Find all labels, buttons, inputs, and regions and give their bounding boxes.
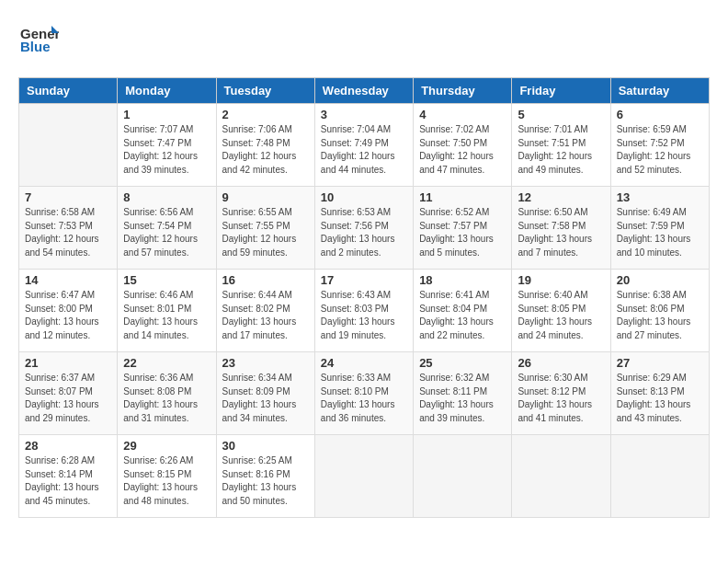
day-number: 26 bbox=[518, 356, 604, 370]
calendar-cell bbox=[610, 435, 709, 518]
calendar-cell: 2Sunrise: 7:06 AMSunset: 7:48 PMDaylight… bbox=[216, 104, 314, 187]
day-info: Sunrise: 7:02 AMSunset: 7:50 PMDaylight:… bbox=[419, 123, 506, 177]
day-number: 4 bbox=[419, 108, 506, 121]
day-info: Sunrise: 6:58 AMSunset: 7:53 PMDaylight:… bbox=[25, 206, 111, 259]
day-number: 8 bbox=[123, 190, 210, 204]
day-info: Sunrise: 6:32 AMSunset: 8:11 PMDaylight:… bbox=[419, 372, 506, 425]
day-info: Sunrise: 6:56 AMSunset: 7:54 PMDaylight:… bbox=[123, 206, 210, 259]
svg-text:Blue: Blue bbox=[20, 39, 51, 54]
day-number: 19 bbox=[518, 273, 604, 287]
day-info: Sunrise: 6:36 AMSunset: 8:08 PMDaylight:… bbox=[123, 372, 210, 425]
day-header-monday: Monday bbox=[118, 78, 216, 104]
day-info: Sunrise: 6:26 AMSunset: 8:15 PMDaylight:… bbox=[123, 454, 210, 508]
calendar-cell: 24Sunrise: 6:33 AMSunset: 8:10 PMDayligh… bbox=[314, 352, 413, 435]
calendar-week-row: 28Sunrise: 6:28 AMSunset: 8:14 PMDayligh… bbox=[19, 435, 710, 518]
calendar-cell: 9Sunrise: 6:55 AMSunset: 7:55 PMDaylight… bbox=[216, 187, 314, 270]
calendar-cell: 22Sunrise: 6:36 AMSunset: 8:08 PMDayligh… bbox=[118, 352, 216, 435]
calendar-cell: 21Sunrise: 6:37 AMSunset: 8:07 PMDayligh… bbox=[19, 352, 118, 435]
day-number: 2 bbox=[222, 108, 309, 121]
day-number: 23 bbox=[222, 356, 309, 370]
day-info: Sunrise: 6:33 AMSunset: 8:10 PMDaylight:… bbox=[321, 372, 407, 425]
day-number: 3 bbox=[321, 108, 407, 121]
day-number: 24 bbox=[321, 356, 407, 370]
day-number: 12 bbox=[518, 190, 604, 204]
calendar-cell: 23Sunrise: 6:34 AMSunset: 8:09 PMDayligh… bbox=[216, 352, 314, 435]
day-info: Sunrise: 7:07 AMSunset: 7:47 PMDaylight:… bbox=[123, 123, 210, 177]
calendar-header-row: SundayMondayTuesdayWednesdayThursdayFrid… bbox=[19, 78, 710, 104]
day-number: 20 bbox=[617, 273, 703, 287]
calendar-week-row: 1Sunrise: 7:07 AMSunset: 7:47 PMDaylight… bbox=[19, 104, 710, 187]
day-header-friday: Friday bbox=[512, 78, 610, 104]
day-number: 6 bbox=[617, 108, 703, 121]
day-info: Sunrise: 7:04 AMSunset: 7:49 PMDaylight:… bbox=[321, 123, 407, 177]
day-number: 21 bbox=[25, 356, 111, 370]
calendar-cell: 5Sunrise: 7:01 AMSunset: 7:51 PMDaylight… bbox=[512, 104, 610, 187]
day-number: 22 bbox=[123, 356, 210, 370]
day-number: 5 bbox=[518, 108, 604, 121]
day-info: Sunrise: 6:44 AMSunset: 8:02 PMDaylight:… bbox=[222, 289, 309, 342]
day-info: Sunrise: 7:06 AMSunset: 7:48 PMDaylight:… bbox=[222, 123, 309, 177]
logo: General Blue bbox=[18, 18, 59, 63]
calendar-week-row: 21Sunrise: 6:37 AMSunset: 8:07 PMDayligh… bbox=[19, 352, 710, 435]
day-number: 10 bbox=[321, 190, 407, 204]
calendar-cell: 14Sunrise: 6:47 AMSunset: 8:00 PMDayligh… bbox=[19, 270, 118, 352]
calendar-cell: 25Sunrise: 6:32 AMSunset: 8:11 PMDayligh… bbox=[414, 352, 512, 435]
calendar-cell bbox=[314, 435, 413, 518]
day-info: Sunrise: 6:49 AMSunset: 7:59 PMDaylight:… bbox=[617, 206, 703, 259]
calendar-cell bbox=[512, 435, 610, 518]
day-header-saturday: Saturday bbox=[610, 78, 709, 104]
day-header-tuesday: Tuesday bbox=[216, 78, 314, 104]
day-number: 1 bbox=[123, 108, 210, 121]
day-info: Sunrise: 6:53 AMSunset: 7:56 PMDaylight:… bbox=[321, 206, 407, 259]
calendar-cell: 11Sunrise: 6:52 AMSunset: 7:57 PMDayligh… bbox=[414, 187, 512, 270]
calendar-cell: 20Sunrise: 6:38 AMSunset: 8:06 PMDayligh… bbox=[610, 270, 709, 352]
calendar-cell: 15Sunrise: 6:46 AMSunset: 8:01 PMDayligh… bbox=[118, 270, 216, 352]
calendar-cell bbox=[19, 104, 118, 187]
day-number: 18 bbox=[419, 273, 506, 287]
calendar-cell: 7Sunrise: 6:58 AMSunset: 7:53 PMDaylight… bbox=[19, 187, 118, 270]
calendar-cell: 29Sunrise: 6:26 AMSunset: 8:15 PMDayligh… bbox=[118, 435, 216, 518]
day-info: Sunrise: 6:38 AMSunset: 8:06 PMDaylight:… bbox=[617, 289, 703, 342]
day-number: 28 bbox=[25, 439, 111, 453]
day-number: 9 bbox=[222, 190, 309, 204]
calendar-cell: 12Sunrise: 6:50 AMSunset: 7:58 PMDayligh… bbox=[512, 187, 610, 270]
calendar-cell: 10Sunrise: 6:53 AMSunset: 7:56 PMDayligh… bbox=[314, 187, 413, 270]
day-info: Sunrise: 6:50 AMSunset: 7:58 PMDaylight:… bbox=[518, 206, 604, 259]
calendar-body: 1Sunrise: 7:07 AMSunset: 7:47 PMDaylight… bbox=[19, 104, 710, 518]
calendar-table: SundayMondayTuesdayWednesdayThursdayFrid… bbox=[18, 77, 710, 518]
day-number: 16 bbox=[222, 273, 309, 287]
calendar-cell: 28Sunrise: 6:28 AMSunset: 8:14 PMDayligh… bbox=[19, 435, 118, 518]
day-info: Sunrise: 6:40 AMSunset: 8:05 PMDaylight:… bbox=[518, 289, 604, 342]
day-number: 25 bbox=[419, 356, 506, 370]
day-info: Sunrise: 6:59 AMSunset: 7:52 PMDaylight:… bbox=[617, 123, 703, 177]
calendar-cell: 8Sunrise: 6:56 AMSunset: 7:54 PMDaylight… bbox=[118, 187, 216, 270]
day-info: Sunrise: 6:34 AMSunset: 8:09 PMDaylight:… bbox=[222, 372, 309, 425]
calendar-cell: 17Sunrise: 6:43 AMSunset: 8:03 PMDayligh… bbox=[314, 270, 413, 352]
day-number: 7 bbox=[25, 190, 111, 204]
day-number: 29 bbox=[123, 439, 210, 453]
day-header-thursday: Thursday bbox=[414, 78, 512, 104]
calendar-cell: 18Sunrise: 6:41 AMSunset: 8:04 PMDayligh… bbox=[414, 270, 512, 352]
day-info: Sunrise: 6:47 AMSunset: 8:00 PMDaylight:… bbox=[25, 289, 111, 342]
calendar-cell: 27Sunrise: 6:29 AMSunset: 8:13 PMDayligh… bbox=[610, 352, 709, 435]
day-number: 13 bbox=[617, 190, 703, 204]
calendar-cell: 4Sunrise: 7:02 AMSunset: 7:50 PMDaylight… bbox=[414, 104, 512, 187]
day-info: Sunrise: 6:46 AMSunset: 8:01 PMDaylight:… bbox=[123, 289, 210, 342]
calendar-cell: 6Sunrise: 6:59 AMSunset: 7:52 PMDaylight… bbox=[610, 104, 709, 187]
day-info: Sunrise: 6:37 AMSunset: 8:07 PMDaylight:… bbox=[25, 372, 111, 425]
day-number: 14 bbox=[25, 273, 111, 287]
day-info: Sunrise: 7:01 AMSunset: 7:51 PMDaylight:… bbox=[518, 123, 604, 177]
day-info: Sunrise: 6:55 AMSunset: 7:55 PMDaylight:… bbox=[222, 206, 309, 259]
calendar-cell: 3Sunrise: 7:04 AMSunset: 7:49 PMDaylight… bbox=[314, 104, 413, 187]
day-number: 11 bbox=[419, 190, 506, 204]
day-info: Sunrise: 6:30 AMSunset: 8:12 PMDaylight:… bbox=[518, 372, 604, 425]
calendar-cell: 30Sunrise: 6:25 AMSunset: 8:16 PMDayligh… bbox=[216, 435, 314, 518]
day-number: 15 bbox=[123, 273, 210, 287]
day-info: Sunrise: 6:52 AMSunset: 7:57 PMDaylight:… bbox=[419, 206, 506, 259]
day-info: Sunrise: 6:29 AMSunset: 8:13 PMDaylight:… bbox=[617, 372, 703, 425]
day-number: 17 bbox=[321, 273, 407, 287]
day-header-wednesday: Wednesday bbox=[314, 78, 413, 104]
day-header-sunday: Sunday bbox=[19, 78, 118, 104]
header: General Blue bbox=[18, 18, 710, 63]
day-number: 27 bbox=[617, 356, 703, 370]
